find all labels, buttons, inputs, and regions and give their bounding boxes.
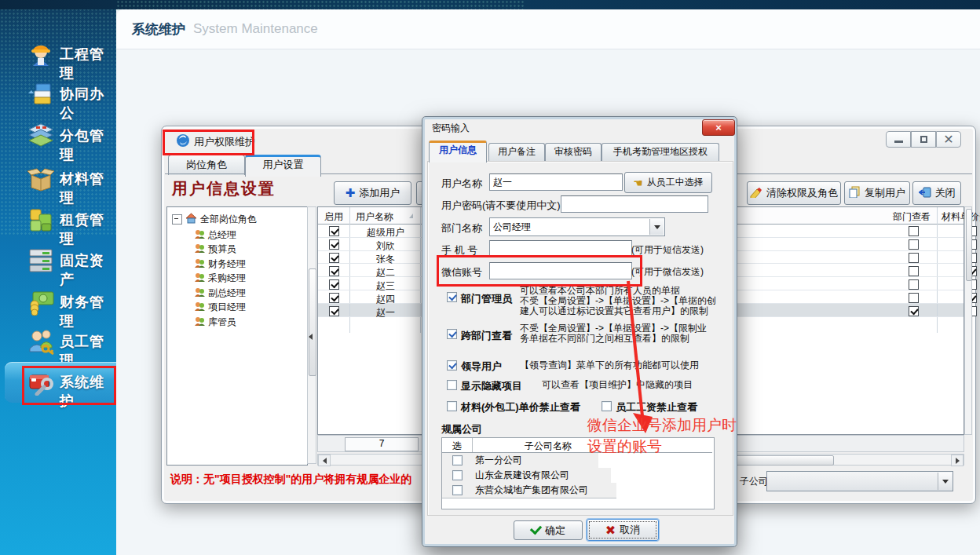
close-window-button[interactable]: ✕ bbox=[936, 131, 961, 148]
tree-item-role[interactable]: 财务经理 bbox=[194, 257, 246, 271]
column-username[interactable]: 用户名称 bbox=[356, 210, 393, 224]
user-name-cell[interactable]: 张冬 bbox=[346, 253, 425, 266]
sidebar-item-subcontract[interactable]: 分包管理 bbox=[0, 115, 116, 156]
restore-button[interactable] bbox=[911, 131, 936, 148]
minimize-icon bbox=[894, 141, 903, 143]
add-user-button[interactable]: ✚添加用户 bbox=[334, 181, 411, 205]
scrollbar-thumb[interactable] bbox=[966, 209, 972, 281]
scrollbar-thumb[interactable] bbox=[309, 268, 316, 376]
tree-root[interactable]: 全部岗位角色 bbox=[172, 213, 257, 226]
pointing-hand-icon: ☚ bbox=[633, 177, 643, 189]
scrollbar-thumb[interactable] bbox=[734, 455, 834, 466]
dept-view-checkbox[interactable] bbox=[909, 253, 919, 263]
user-name-cell[interactable]: 刘欣 bbox=[346, 239, 425, 253]
sidebar: 工程管理 协同办公 分包管理 材料管理 租赁管理 固定资产 bbox=[0, 0, 116, 555]
sidebar-item-collaboration[interactable]: 协同办公 bbox=[0, 74, 116, 115]
enabled-checkbox[interactable] bbox=[329, 253, 339, 263]
scroll-right-icon[interactable] bbox=[951, 455, 964, 466]
leader-user-checkbox[interactable] bbox=[447, 360, 457, 371]
subcompany-row[interactable]: 第一分公司 bbox=[442, 453, 598, 469]
enabled-checkbox[interactable] bbox=[329, 266, 339, 276]
tree-item-role[interactable]: 项目经理 bbox=[194, 301, 246, 314]
column-subcompany-name: 子公司名称 bbox=[525, 440, 572, 453]
enabled-checkbox[interactable] bbox=[329, 279, 339, 290]
tab-mobile-attendance[interactable]: 手机考勤管理地区授权 bbox=[602, 143, 719, 161]
user-name-cell[interactable]: 赵二 bbox=[346, 266, 425, 279]
server-stack-icon bbox=[27, 246, 55, 274]
cross-dept-checkbox[interactable] bbox=[447, 329, 457, 339]
tab-user-settings[interactable]: 用户设置 bbox=[245, 155, 321, 177]
chevron-down-icon bbox=[649, 219, 664, 235]
splitter-collapse-icon[interactable] bbox=[309, 334, 313, 340]
top-navy-strip bbox=[0, 0, 980, 9]
dept-view-checkbox[interactable] bbox=[909, 239, 919, 250]
user-name-cell[interactable]: 超级用户 bbox=[346, 226, 425, 239]
dept-view-checkbox[interactable] bbox=[909, 279, 919, 290]
dialog-close-button[interactable]: × bbox=[702, 119, 735, 136]
phone-input[interactable] bbox=[489, 240, 632, 257]
tree-item-role[interactable]: 总经理 bbox=[194, 228, 236, 242]
sidebar-item-system-maintenance[interactable]: 系统维护 bbox=[0, 362, 116, 403]
window-app-icon bbox=[176, 133, 190, 151]
department-label: 部门名称 bbox=[441, 221, 482, 236]
sidebar-item-lease[interactable]: 租赁管理 bbox=[0, 199, 116, 240]
tab-user-info[interactable]: 用户信息 bbox=[429, 141, 487, 162]
dept-view-checkbox[interactable] bbox=[909, 306, 919, 316]
dept-view-checkbox[interactable] bbox=[909, 266, 919, 276]
column-dept-view[interactable]: 部门查看 bbox=[893, 210, 931, 224]
column-material-price-hidden[interactable]: 材料单价禁看 bbox=[942, 210, 980, 224]
close-toolbar-button[interactable]: 关闭 bbox=[912, 181, 961, 205]
tree-item-role[interactable]: 采购经理 bbox=[194, 272, 246, 285]
subcompany-row[interactable]: 东营众城地产集团有限公司 bbox=[442, 483, 616, 498]
enabled-checkbox[interactable] bbox=[329, 306, 339, 316]
tab-user-remark[interactable]: 用户备注 bbox=[488, 143, 545, 161]
select-checkbox[interactable] bbox=[452, 455, 463, 466]
minimize-button[interactable] bbox=[886, 131, 911, 148]
grid-vscrollbar[interactable] bbox=[964, 206, 972, 435]
role-tree: 全部岗位角色 总经理 预算员 财务经理 采购经理 副总经理 项目经理 库管员 bbox=[166, 206, 308, 466]
column-enabled[interactable]: 启用 bbox=[324, 210, 343, 224]
user-name-cell[interactable]: 赵三 bbox=[346, 279, 425, 293]
sidebar-item-material[interactable]: 材料管理 bbox=[0, 159, 116, 199]
tab-audit-password[interactable]: 审核密码 bbox=[545, 143, 602, 161]
dept-view-checkbox[interactable] bbox=[909, 226, 919, 236]
sidebar-item-fixed-assets[interactable]: 固定资产 bbox=[0, 240, 116, 281]
subcompany-label: 子公司 bbox=[740, 475, 768, 488]
clear-permissions-button[interactable]: 清除权限及角色 bbox=[747, 181, 841, 205]
tree-item-role[interactable]: 预算员 bbox=[194, 243, 236, 256]
sidebar-item-employee[interactable]: 员工管理 bbox=[0, 321, 116, 362]
select-checkbox[interactable] bbox=[452, 485, 463, 495]
wechat-input[interactable] bbox=[489, 262, 632, 279]
password-input[interactable] bbox=[561, 195, 708, 213]
phone-hint: (可用于短信发送) bbox=[631, 243, 704, 257]
department-dropdown[interactable]: 公司经理 bbox=[489, 217, 665, 236]
tab-position-roles[interactable]: 岗位角色 bbox=[168, 155, 245, 175]
user-name-cell[interactable]: 赵一 bbox=[346, 306, 425, 319]
dept-admin-checkbox[interactable] bbox=[447, 292, 457, 302]
subcompany-dropdown[interactable] bbox=[766, 471, 953, 491]
sidebar-item-finance[interactable]: 财务管理 bbox=[0, 282, 116, 323]
material-price-forbid-checkbox[interactable] bbox=[447, 401, 457, 411]
ok-button[interactable]: 确定 bbox=[514, 520, 583, 540]
collapse-icon[interactable] bbox=[172, 214, 182, 225]
pick-from-employee-button[interactable]: ☚从员工中选择 bbox=[624, 172, 712, 193]
show-hidden-projects-checkbox[interactable] bbox=[447, 380, 457, 390]
user-name-cell[interactable]: 赵四 bbox=[346, 293, 425, 306]
tree-item-role[interactable]: 库管员 bbox=[194, 316, 236, 329]
role-people-icon bbox=[194, 272, 205, 285]
dept-view-checkbox[interactable] bbox=[909, 293, 919, 303]
subcompany-name: 山东金辰建设有限公司 bbox=[475, 469, 569, 482]
worker-helmet-icon bbox=[27, 39, 55, 68]
salary-forbid-checkbox[interactable] bbox=[602, 401, 612, 411]
enabled-checkbox[interactable] bbox=[329, 293, 339, 303]
cancel-button[interactable]: ✖取消 bbox=[587, 519, 659, 541]
enabled-checkbox[interactable] bbox=[329, 226, 339, 236]
subcompany-row[interactable]: 山东金辰建设有限公司 bbox=[442, 468, 611, 484]
select-checkbox[interactable] bbox=[452, 470, 463, 480]
tree-item-role[interactable]: 副总经理 bbox=[194, 287, 246, 300]
scroll-left-icon[interactable] bbox=[318, 455, 331, 466]
enabled-checkbox[interactable] bbox=[329, 239, 339, 250]
copy-user-button[interactable]: 复制用户 bbox=[844, 181, 910, 205]
sidebar-item-engineering[interactable]: 工程管理 bbox=[0, 34, 116, 75]
username-input[interactable]: 赵一 bbox=[489, 173, 623, 191]
